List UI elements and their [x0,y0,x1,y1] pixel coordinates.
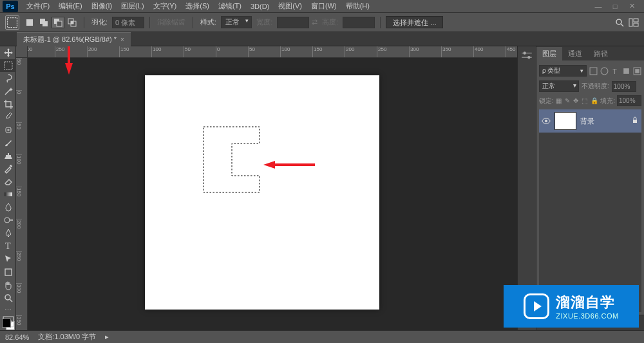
hand-tool-icon[interactable] [0,279,16,292]
height-input [343,17,375,28]
eraser-tool-icon[interactable] [0,175,16,188]
layer-filter-dropdown[interactable]: ρ 类型 [539,65,587,77]
menu-select[interactable]: 选择(S) [181,0,214,12]
filter-text-icon[interactable]: T [611,67,620,75]
blend-mode-dropdown[interactable]: 正常 [539,80,579,92]
gradient-tool-icon[interactable] [0,188,16,201]
layer-name[interactable]: 背景 [580,116,627,126]
clone-stamp-tool-icon[interactable] [0,149,16,162]
ruler-vertical[interactable]: 50050100150200250300350400 [16,58,28,330]
zoom-level[interactable]: 82.64% [5,333,29,341]
pen-tool-icon[interactable] [0,227,16,239]
document-tab[interactable]: 未标题-1 @ 82.6%(RGB/8#) * × [17,32,131,46]
lock-brush-icon[interactable]: ✎ [565,97,570,104]
shape-tool-icon[interactable] [0,266,16,279]
style-dropdown[interactable]: 正常 [221,16,252,28]
dock-adjustments-icon[interactable] [520,50,533,62]
svg-line-10 [621,24,623,26]
status-menu-icon[interactable]: ▸ [105,333,109,341]
refine-mask-button[interactable]: 选择并遮住 ... [386,16,443,28]
svg-rect-11 [629,19,632,26]
history-brush-tool-icon[interactable] [0,162,16,175]
tool-preset-icon[interactable] [5,15,19,30]
menu-edit[interactable]: 编辑(E) [54,0,87,12]
lock-all-icon[interactable]: 🔒 [591,97,598,104]
path-select-tool-icon[interactable] [0,253,16,266]
toolbox: T ⋯ [0,46,16,330]
ruler-horizontal[interactable]: 3002502001501005005010015020025030035040… [28,46,517,58]
menu-layer[interactable]: 图层(L) [117,0,148,12]
lock-position-icon[interactable]: ✥ [573,97,578,104]
feather-input[interactable]: 0 像素 [112,17,144,28]
edit-toolbar-icon[interactable]: ⋯ [0,304,16,317]
doc-info[interactable]: 文档:1.03M/0 字节 [38,332,96,342]
brush-tool-icon[interactable] [0,136,16,149]
menu-image[interactable]: 图像(I) [87,0,117,12]
filter-shape-icon[interactable] [622,67,630,75]
menu-file[interactable]: 文件(F) [22,0,54,12]
move-tool-icon[interactable] [0,46,16,59]
svg-rect-20 [5,192,12,196]
zoom-tool-icon[interactable] [0,292,16,304]
dodge-tool-icon[interactable] [0,214,16,227]
blur-tool-icon[interactable] [0,201,16,214]
canvas[interactable] [145,75,379,310]
close-icon[interactable]: ✕ [627,2,636,11]
antialias-checkbox: 消除锯齿 [157,17,185,27]
filter-image-icon[interactable] [589,67,598,75]
visibility-icon[interactable] [542,117,551,125]
crop-tool-icon[interactable] [0,98,16,111]
maximize-icon[interactable]: □ [611,2,620,11]
tab-channels[interactable]: 通道 [562,47,588,60]
watermark-title: 溜溜自学 [556,293,618,312]
selection-intersect-icon[interactable] [66,17,79,28]
menubar: Ps 文件(F) 编辑(E) 图像(I) 图层(L) 文字(Y) 选择(S) 滤… [0,0,644,13]
minimize-icon[interactable]: — [594,2,603,11]
svg-rect-14 [5,62,12,70]
filter-adjust-icon[interactable] [600,67,609,75]
svg-point-21 [5,218,10,223]
svg-marker-28 [65,46,73,75]
menu-filter[interactable]: 滤镜(T) [214,0,246,12]
tab-layers[interactable]: 图层 [536,47,562,60]
lasso-tool-icon[interactable] [0,72,16,85]
healing-brush-tool-icon[interactable] [0,124,16,136]
watermark-url: ZIXUE.3D66.COM [556,312,618,320]
ps-logo: Ps [3,1,18,12]
menu-3d[interactable]: 3D(D) [246,1,274,12]
menu-help[interactable]: 帮助(H) [341,0,374,12]
selection-mode-group [23,17,79,28]
swap-icon: ⇄ [312,18,317,26]
workspaces-icon[interactable] [629,17,639,28]
fill-input[interactable]: 100% [617,95,641,106]
menu-type[interactable]: 文字(Y) [149,0,182,12]
filter-smart-icon[interactable] [633,67,641,75]
lock-transparency-icon[interactable]: ▦ [556,97,562,104]
foreground-color[interactable] [2,319,11,328]
selection-new-icon[interactable] [23,17,36,28]
menu-window[interactable]: 窗口(W) [307,0,341,12]
annotation-arrow-vertical [64,46,74,76]
type-tool-icon[interactable]: T [0,239,16,252]
marquee-tool-icon[interactable] [0,59,16,72]
layer-row[interactable]: 背景 [539,109,641,133]
svg-point-25 [5,295,10,300]
opacity-input[interactable]: 100% [612,81,636,92]
menu-view[interactable]: 视图(V) [274,0,307,12]
lock-artboard-icon[interactable]: ⬚ [582,97,587,104]
eyedropper-tool-icon[interactable] [0,111,16,124]
svg-rect-41 [633,120,637,123]
ruler-origin[interactable] [16,46,28,58]
layer-list: 背景 [539,109,641,312]
separator [149,17,150,28]
magic-wand-tool-icon[interactable] [0,85,16,98]
canvas-area[interactable]: 3002502001501005005010015020025030035040… [16,46,517,330]
selection-subtract-icon[interactable] [52,17,64,28]
svg-rect-12 [634,19,638,22]
close-tab-icon[interactable]: × [120,36,124,43]
tab-paths[interactable]: 路径 [588,47,614,60]
layer-thumbnail[interactable] [554,112,576,130]
search-icon[interactable] [614,17,625,28]
selection-add-icon[interactable] [37,17,50,28]
lock-icon[interactable] [631,116,639,125]
